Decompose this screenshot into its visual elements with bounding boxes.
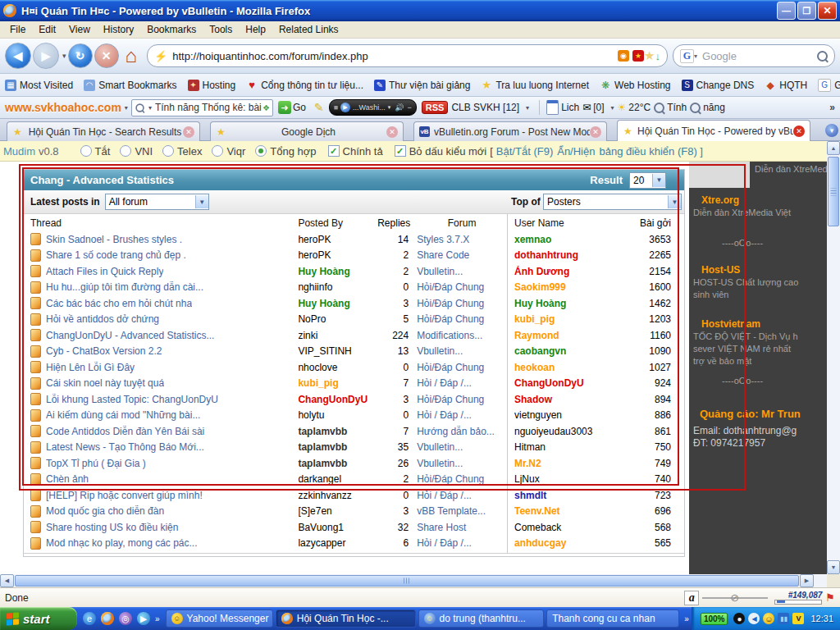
forum-link[interactable]: Hỏi / Đáp /... — [417, 537, 507, 549]
user-name-link[interactable]: Huy Hoàng — [514, 298, 630, 309]
forum-link[interactable]: Hỏi / Đáp /... — [417, 377, 507, 389]
bookmark-tra-luu-luong-internet[interactable]: ★Tra luu luong Internet — [481, 80, 589, 91]
highlighter-icon[interactable]: ✎ — [314, 101, 324, 114]
scroll-left-icon[interactable]: ◀ — [0, 574, 14, 587]
mail-icon[interactable]: ✉ — [582, 102, 591, 113]
posted-by[interactable]: nhoclove — [298, 362, 377, 373]
forum-link[interactable]: Styles 3.7.X — [417, 234, 507, 245]
thread-link[interactable]: Share hosting US ko điều kiện — [46, 522, 178, 533]
rss-dropdown-icon[interactable]: ▾ — [526, 104, 529, 112]
thread-link[interactable]: Mod nhạc ko play, mong các pác... — [46, 537, 198, 549]
scroll-right-icon[interactable]: ▶ — [800, 574, 814, 587]
toolbar-search-value[interactable]: Tính năng Thống kê: bài viê — [155, 102, 262, 113]
menu-help[interactable]: Help — [239, 22, 272, 37]
thread-link[interactable]: Attach Files in Quick Reply — [46, 266, 163, 277]
forum-link[interactable]: Hỏi/Đáp Chung — [417, 313, 507, 325]
quick-launch-overflow-chevron[interactable]: » — [155, 614, 160, 623]
mudim-link[interactable]: Mudim — [3, 145, 35, 158]
toolbar-search-box[interactable]: ▾ Tính năng Thống kê: bài viê ❖ — [131, 99, 273, 116]
site-dropdown-icon[interactable]: ▾ — [125, 104, 128, 112]
home-icon[interactable]: ⌂ — [126, 46, 138, 66]
tab-h-i-qu-n-tin-h-c-search-results[interactable]: ★Hội Quán Tin Học - Search Results✕ — [7, 121, 200, 141]
posted-by[interactable]: kubi_pig — [298, 377, 377, 389]
scroll-down-icon[interactable]: ▼ — [827, 560, 840, 574]
forum-link[interactable]: Hỏi/Đáp Chung — [417, 394, 507, 405]
forum-link[interactable]: Vbulletin... — [417, 441, 507, 453]
network-icon[interactable]: ▮▮ — [778, 613, 789, 624]
tab-google-d-ch[interactable]: ★Google Dịch✕ — [210, 121, 404, 141]
zoom-slider[interactable]: ⊘ — [702, 597, 768, 599]
menu-tools[interactable]: Tools — [203, 22, 239, 37]
thread-link[interactable]: Skin Sadnoel - Brushes styles . — [46, 234, 182, 245]
posted-by[interactable]: nghiinfo — [298, 281, 377, 293]
task-button-do-trung-thanhtru[interactable]: ☺do trung (thanhtru... — [418, 609, 545, 628]
forum-link[interactable]: vBB Template... — [417, 505, 507, 517]
search-placeholder[interactable]: Google — [702, 50, 817, 62]
thread-link[interactable]: TopX Tỉ phú ( Đại Gia ) — [46, 458, 146, 469]
bookmark-th-vi-n-b-i-gi-ng[interactable]: ✎Thư viện bài giảng — [374, 80, 470, 91]
toolbar-overflow-chevron[interactable]: » — [829, 102, 835, 113]
top-of-select[interactable]: Posters ▼ — [543, 194, 682, 210]
mail-dropdown-icon[interactable]: ▾ — [611, 104, 614, 112]
forum-link[interactable]: Share Code — [417, 249, 507, 261]
user-name-link[interactable]: Teenv.Net — [514, 505, 630, 517]
rss-feed-icon[interactable]: ◉ — [618, 50, 629, 62]
mudim-radio-viqr[interactable] — [212, 145, 223, 157]
chevron-down-icon[interactable]: ▼ — [652, 174, 665, 187]
posted-by[interactable]: taplamvbb — [298, 458, 377, 469]
calendar-button[interactable]: Lich — [561, 102, 579, 113]
menu-view[interactable]: View — [62, 22, 97, 37]
hide-icons-chevron[interactable]: ◀ — [748, 613, 760, 624]
thread-link[interactable]: Lỗi khung Lasted Topic: ChangUonDyU — [46, 394, 218, 405]
horizontal-scrollbar[interactable]: ◀ ▶ — [0, 574, 827, 587]
start-button[interactable]: start — [0, 607, 77, 630]
bookmark-hosting[interactable]: ✦Hosting — [188, 80, 236, 91]
menu-history[interactable]: History — [97, 22, 140, 37]
tasks-overflow-chevron[interactable]: » — [684, 614, 689, 623]
tool-nang[interactable]: năng — [703, 102, 725, 113]
posted-by[interactable]: [S]e7en — [298, 505, 377, 517]
tool-tinh[interactable]: Tính — [667, 102, 687, 113]
battery-indicator[interactable]: 100% — [701, 613, 728, 625]
forum-link[interactable]: Vbulletin... — [417, 266, 507, 277]
chevron-down-icon[interactable]: ▼ — [195, 195, 208, 208]
bookmark-star-icon[interactable]: ★ — [644, 48, 655, 63]
thread-link[interactable]: Cái skin noel này tuyệt quá — [46, 377, 164, 389]
mudim-radio-t-ng-h-p[interactable] — [255, 145, 267, 157]
posted-by[interactable]: taplamvbb — [298, 426, 377, 437]
user-name-link[interactable]: Hitman — [514, 441, 630, 453]
bookmark-change-dns[interactable]: SChange DNS — [682, 80, 755, 91]
user-name-link[interactable]: anhducgay — [514, 537, 630, 549]
new-accent-checkbox[interactable]: ✓ — [395, 145, 406, 157]
user-name-link[interactable]: vietnguyen — [514, 409, 630, 421]
posted-by[interactable]: zzkinhvanzz — [298, 490, 377, 501]
scroll-up-icon[interactable]: ▲ — [827, 141, 840, 155]
posted-by[interactable]: VIP_SITINH — [298, 345, 377, 357]
bookmark-web-hosting[interactable]: ❋Web Hosting — [600, 80, 670, 91]
internet-explorer-icon[interactable]: e — [83, 612, 96, 625]
go-button[interactable]: Go — [293, 102, 306, 113]
thread-link[interactable]: Chèn ảnh — [46, 473, 89, 485]
posted-by[interactable]: Huy Hoàng — [298, 266, 377, 277]
task-button-yahoo-messenger[interactable]: ☺Yahoo! Messenger — [166, 609, 273, 628]
thread-link[interactable]: Hỏi về antiddos dở chứng — [46, 313, 159, 325]
back-button[interactable]: ◀ — [5, 43, 31, 69]
tab-close-icon[interactable]: ✕ — [590, 126, 601, 138]
user-name-link[interactable]: Comeback — [514, 522, 630, 533]
forum-link[interactable]: Vbulletin... — [417, 458, 507, 469]
bookmark-most-visited[interactable]: ▦Most Visited — [5, 80, 73, 91]
mudim-radio-t-t[interactable] — [80, 145, 92, 157]
mudim-radio-vni[interactable] — [120, 145, 131, 157]
menu-file[interactable]: File — [3, 22, 32, 37]
user-name-link[interactable]: ChangUonDyU — [514, 377, 630, 389]
thread-link[interactable]: Cyb - ChatBox Version 2.2 — [46, 345, 162, 357]
user-name-link[interactable]: Shadow — [514, 394, 630, 405]
user-name-link[interactable]: Raymond — [514, 330, 630, 341]
thread-link[interactable]: Hiện Lên Lỗi Gì Đây — [46, 362, 135, 373]
spellcheck-icon[interactable]: ❖ — [262, 103, 270, 112]
antivirus-icon[interactable]: V — [792, 613, 804, 624]
posted-by[interactable]: darkangel — [298, 473, 377, 485]
tab-vbulletin-org-forum-post-new-mod[interactable]: vBvBulletin.org Forum - Post New Mod✕ — [413, 121, 607, 141]
mail-count[interactable]: [0] — [593, 102, 604, 113]
forum-link[interactable]: Hỏi / Đáp /... — [417, 409, 507, 421]
